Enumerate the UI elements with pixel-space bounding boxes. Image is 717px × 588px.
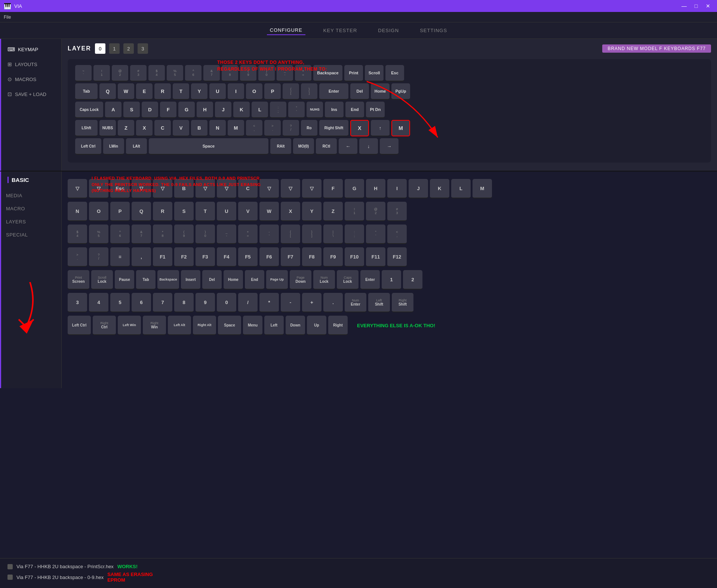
key-equals[interactable]: +=: [295, 65, 311, 81]
bkey-void7[interactable]: ▽: [259, 179, 279, 198]
key-down-configure[interactable]: ↓: [359, 138, 378, 155]
bkey-amp[interactable]: &7: [132, 225, 151, 244]
key-6[interactable]: ^6: [185, 65, 201, 81]
bkey-lbrace[interactable]: {[: [281, 225, 300, 244]
bkey-eq[interactable]: =: [110, 247, 130, 267]
key-1[interactable]: !1: [93, 65, 110, 81]
bkey-void9[interactable]: ▽: [302, 179, 321, 198]
key-j[interactable]: J: [215, 102, 231, 118]
key-esc[interactable]: Esc: [385, 65, 404, 81]
sidebar-item-layers[interactable]: LAYERS: [0, 215, 61, 228]
bkey-o[interactable]: O: [89, 202, 108, 221]
bkey-tab[interactable]: Tab: [136, 270, 156, 290]
bkey-numplus[interactable]: +: [302, 293, 321, 312]
bkey-f10[interactable]: F10: [345, 247, 364, 267]
key-print[interactable]: Print: [344, 65, 363, 81]
key-w[interactable]: W: [118, 83, 134, 100]
file-menu[interactable]: File: [4, 15, 11, 20]
bkey-z[interactable]: Z: [323, 202, 343, 221]
key-scroll[interactable]: Scroll: [365, 65, 384, 81]
bkey-colon[interactable]: :;: [345, 225, 364, 244]
bkey-print-screen[interactable]: PrintScreen: [68, 270, 89, 290]
bkey-j1[interactable]: J: [409, 179, 428, 198]
sidebar-item-save-load[interactable]: ⊡ SAVE + LOAD: [0, 87, 61, 102]
bkey-down[interactable]: Down: [286, 316, 305, 335]
key-2[interactable]: @2: [112, 65, 128, 81]
bkey-scroll-lock[interactable]: ScrollLock: [91, 270, 113, 290]
bkey-right-win[interactable]: RightWin: [143, 316, 166, 335]
bkey-comma2[interactable]: ,: [132, 247, 151, 267]
bkey-rbrace[interactable]: }]: [302, 225, 321, 244]
bkey-t[interactable]: T: [196, 202, 215, 221]
bkey-underscore[interactable]: _-: [217, 225, 236, 244]
key-i[interactable]: I: [228, 83, 244, 100]
key-home[interactable]: Home: [371, 83, 390, 100]
key-del[interactable]: Del: [350, 83, 369, 100]
bkey-left[interactable]: Left: [264, 316, 284, 335]
key-right-shift-configure[interactable]: Right Shift: [319, 120, 348, 136]
key-tilde[interactable]: ~`: [75, 65, 92, 81]
bkey-f5[interactable]: F5: [238, 247, 258, 267]
bkey-right-alt[interactable]: Right Alt: [193, 316, 216, 335]
key-lshift[interactable]: LShft: [75, 120, 98, 136]
bkey-f3[interactable]: F3: [196, 247, 215, 267]
key-left-ctrl-configure[interactable]: Left Ctrl: [75, 138, 101, 155]
bkey-h1[interactable]: H: [366, 179, 385, 198]
key-ralt[interactable]: RAlt: [270, 138, 291, 155]
key-d[interactable]: D: [142, 102, 158, 118]
key-rbracket[interactable]: }]: [301, 83, 317, 100]
key-pgup[interactable]: PgUp: [391, 83, 410, 100]
key-ptdn-configure[interactable]: Pt Dn: [366, 102, 385, 118]
key-space-configure[interactable]: Space: [149, 138, 268, 155]
bkey-u[interactable]: U: [217, 202, 236, 221]
bkey-k1[interactable]: K: [430, 179, 449, 198]
key-lalt[interactable]: LAlt: [126, 138, 147, 155]
bkey-f4[interactable]: F4: [217, 247, 236, 267]
bkey-star[interactable]: *8: [153, 225, 172, 244]
bkey-f11[interactable]: F11: [366, 247, 385, 267]
bkey-f1b[interactable]: F1: [153, 247, 172, 267]
bkey-8[interactable]: 8: [174, 293, 194, 312]
layer-2-button[interactable]: 2: [123, 43, 134, 54]
key-enter[interactable]: Enter: [319, 83, 348, 100]
sidebar-item-special[interactable]: SPECIAL: [0, 228, 61, 241]
bkey-g1[interactable]: G: [345, 179, 364, 198]
key-l[interactable]: L: [252, 102, 268, 118]
bkey-f1[interactable]: F: [323, 179, 343, 198]
bkey-page-up[interactable]: Page Up: [266, 270, 288, 290]
key-up-configure[interactable]: ↑: [371, 120, 390, 136]
bkey-right[interactable]: Right: [328, 316, 348, 335]
bkey-p[interactable]: P: [110, 202, 130, 221]
bkey-num-enter[interactable]: NumEnter: [345, 293, 366, 312]
sidebar-item-media[interactable]: MEDIA: [0, 189, 61, 202]
bkey-del[interactable]: Del: [202, 270, 222, 290]
bkey-m1[interactable]: M: [473, 179, 492, 198]
key-c[interactable]: C: [154, 120, 171, 136]
close-button[interactable]: ✕: [703, 1, 713, 11]
key-end[interactable]: End: [345, 102, 364, 118]
bkey-percent[interactable]: %5: [89, 225, 108, 244]
layer-3-button[interactable]: 3: [138, 43, 148, 54]
key-left-configure[interactable]: ←: [339, 138, 357, 155]
key-g[interactable]: G: [178, 102, 195, 118]
bkey-7[interactable]: 7: [153, 293, 172, 312]
tab-design[interactable]: DESIGN: [375, 26, 402, 35]
tab-settings[interactable]: SETTINGS: [417, 26, 450, 35]
key-n[interactable]: N: [209, 120, 226, 136]
bkey-r[interactable]: R: [153, 202, 172, 221]
key-rctl[interactable]: RCtl: [316, 138, 337, 155]
key-8[interactable]: *8: [222, 65, 238, 81]
key-m-highlighted-configure[interactable]: M: [391, 120, 410, 136]
bkey-insert[interactable]: Insert: [181, 270, 200, 290]
bkey-s[interactable]: S: [174, 202, 194, 221]
sidebar-item-keymap[interactable]: ⌨ KEYMAP: [0, 42, 61, 57]
bkey-lt[interactable]: <,: [387, 225, 407, 244]
key-m[interactable]: M: [228, 120, 244, 136]
bkey-f8[interactable]: F8: [302, 247, 321, 267]
bkey-at[interactable]: @2: [366, 202, 385, 221]
key-semicolon[interactable]: :;: [270, 102, 286, 118]
bkey-excl[interactable]: !1: [345, 202, 364, 221]
bkey-f9[interactable]: F9: [323, 247, 343, 267]
key-o[interactable]: O: [246, 83, 262, 100]
bkey-v[interactable]: V: [238, 202, 258, 221]
